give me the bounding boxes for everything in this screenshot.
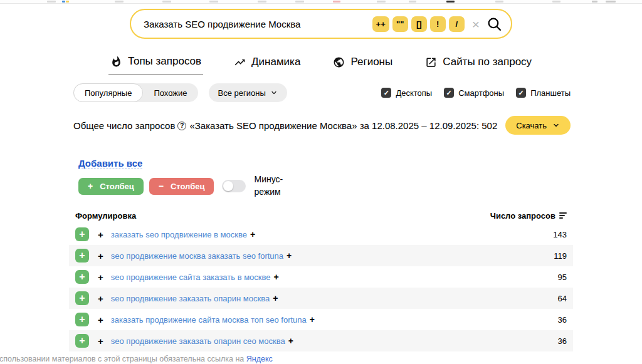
- tab-label: Динамика: [251, 56, 300, 68]
- query-count: 64: [558, 294, 567, 303]
- plus-operator-icon[interactable]: +: [98, 272, 103, 283]
- bookmark-fragment: [258, 1, 266, 3]
- table-body: + + заказать seo продвижение в москве + …: [69, 224, 573, 351]
- add-phrase-button[interactable]: +: [75, 313, 89, 326]
- summary-prefix: Общее число запросов: [73, 120, 175, 131]
- query-count: 95: [558, 273, 567, 282]
- region-selector[interactable]: Все регионы: [209, 83, 287, 102]
- operator-plusplus-button[interactable]: ++: [372, 16, 389, 32]
- phrase-link[interactable]: seo продвижение сайта заказать в москве: [111, 273, 271, 282]
- plus-operator-icon[interactable]: +: [98, 229, 103, 240]
- tab-regions[interactable]: Регионы: [331, 56, 394, 75]
- segment-popular[interactable]: Популярные: [73, 83, 143, 102]
- add-phrase-button[interactable]: +: [75, 249, 89, 263]
- region-selector-label: Все регионы: [218, 88, 266, 98]
- bookmark-fragment: [333, 1, 340, 3]
- checkbox-label: Планшеты: [530, 88, 571, 98]
- operator-slash-button[interactable]: /: [449, 16, 465, 32]
- query-count: 36: [558, 336, 567, 346]
- add-column-button[interactable]: + Столбец: [78, 178, 144, 195]
- download-button[interactable]: Скачать: [505, 116, 571, 135]
- add-phrase-button[interactable]: +: [75, 270, 89, 284]
- tab-bar: Топы запросов Динамика Регионы Сайты по …: [0, 55, 642, 75]
- copyright-footer: использовании материалов с этой страницы…: [0, 355, 273, 363]
- tab-top-queries[interactable]: Топы запросов: [108, 55, 203, 75]
- table-header: Формулировка Число запросов: [69, 207, 573, 224]
- plus-operator-icon[interactable]: +: [98, 251, 103, 261]
- operator-exclamation-button[interactable]: !: [430, 16, 446, 32]
- tab-dynamics[interactable]: Динамика: [232, 56, 302, 75]
- yandex-link[interactable]: Яндекс: [246, 355, 273, 363]
- append-plus-icon[interactable]: +: [250, 229, 255, 239]
- add-phrase-button[interactable]: +: [75, 291, 89, 305]
- append-plus-icon[interactable]: +: [310, 315, 315, 325]
- clear-search-icon[interactable]: ×: [472, 18, 480, 31]
- checkbox-desktops[interactable]: ✓ Десктопы: [381, 88, 432, 98]
- tab-label: Топы запросов: [128, 55, 201, 68]
- search-bar: ++ "" [] ! / ×: [130, 9, 512, 39]
- browser-bookmarks-strip: [0, 0, 642, 4]
- summary-value: «Заказать SEO продвижение Москва» за 12.…: [189, 120, 497, 131]
- minus-icon: −: [159, 181, 164, 191]
- table-row: + + seo продвижение сайта заказать в мос…: [69, 266, 573, 288]
- phrase-link[interactable]: seo продвижение заказать опарин сео моск…: [111, 336, 285, 346]
- append-plus-icon[interactable]: +: [288, 336, 293, 346]
- external-link-icon: [425, 56, 437, 68]
- column-header-count[interactable]: Число запросов: [490, 211, 567, 221]
- phrase-link[interactable]: seo продвижение заказать опарин москва: [111, 294, 270, 303]
- add-all-link[interactable]: Добавить все: [78, 158, 142, 169]
- phrase-link[interactable]: seo продвижение москва заказать seo fort…: [111, 251, 283, 261]
- bookmark-fragment: [552, 1, 560, 3]
- toggle-knob: [223, 181, 233, 191]
- globe-icon: [333, 56, 345, 68]
- query-count: 143: [553, 230, 567, 239]
- operator-quotes-button[interactable]: "": [392, 16, 408, 32]
- add-phrase-button[interactable]: +: [75, 227, 89, 241]
- plus-icon: +: [88, 181, 93, 191]
- tab-sites-by-query[interactable]: Сайты по запросу: [423, 56, 534, 75]
- plus-operator-icon[interactable]: +: [98, 336, 103, 346]
- chevron-down-icon: [270, 89, 278, 96]
- checkbox-label: Десктопы: [396, 88, 432, 98]
- checkbox-checked-icon: ✓: [516, 88, 526, 98]
- search-icon[interactable]: [487, 16, 502, 32]
- phrase-link[interactable]: заказать продвижение сайта москва топ se…: [111, 315, 307, 325]
- plus-operator-icon[interactable]: +: [98, 315, 103, 325]
- checkbox-tablets[interactable]: ✓ Планшеты: [516, 88, 571, 98]
- add-phrase-button[interactable]: +: [75, 334, 89, 348]
- column-header-count-label: Число запросов: [490, 211, 555, 221]
- table-row: + + seo продвижение заказать опарин моск…: [69, 288, 573, 309]
- checkbox-smartphones[interactable]: ✓ Смартфоны: [444, 88, 504, 98]
- bookmark-fragment: [115, 1, 124, 3]
- column-actions-row: + Столбец − Столбец Минус-режим: [78, 174, 290, 198]
- search-operators: ++ "" [] ! /: [372, 16, 465, 32]
- flame-icon: [110, 56, 122, 68]
- operator-brackets-button[interactable]: []: [411, 16, 427, 32]
- add-column-label: Столбец: [100, 182, 134, 191]
- bookmark-fragment: [377, 1, 386, 3]
- minus-mode-label: Минус-режим: [254, 174, 290, 198]
- bookmark-fragment: [62, 1, 65, 3]
- filters-row: Популярные Похожие Все регионы ✓ Десктоп…: [73, 83, 571, 102]
- tab-label: Сайты по запросу: [443, 56, 532, 68]
- chevron-down-icon: [552, 122, 560, 129]
- bookmark-fragment: [409, 1, 416, 3]
- bookmark-fragment: [446, 1, 455, 3]
- append-plus-icon[interactable]: +: [287, 251, 292, 261]
- sort-descending-icon: [559, 212, 567, 219]
- bookmark-fragment: [592, 1, 597, 3]
- bookmark-fragment: [47, 1, 56, 3]
- phrase-link[interactable]: заказать seo продвижение в москве: [111, 230, 247, 239]
- minus-mode-toggle[interactable]: [222, 180, 246, 192]
- wordstat-page: ++ "" [] ! / × Топы запросов Динамика: [0, 0, 642, 364]
- bookmark-fragment: [66, 1, 69, 3]
- plus-operator-icon[interactable]: +: [98, 293, 103, 304]
- bookmark-fragment: [162, 1, 171, 3]
- remove-column-button[interactable]: − Столбец: [149, 178, 214, 195]
- append-plus-icon[interactable]: +: [273, 293, 278, 303]
- search-input[interactable]: [144, 19, 372, 29]
- segment-similar[interactable]: Похожие: [143, 83, 197, 102]
- append-plus-icon[interactable]: +: [274, 272, 279, 282]
- help-icon[interactable]: ?: [177, 122, 186, 130]
- total-queries-summary: Общее число запросов?«Заказать SEO продв…: [73, 120, 497, 131]
